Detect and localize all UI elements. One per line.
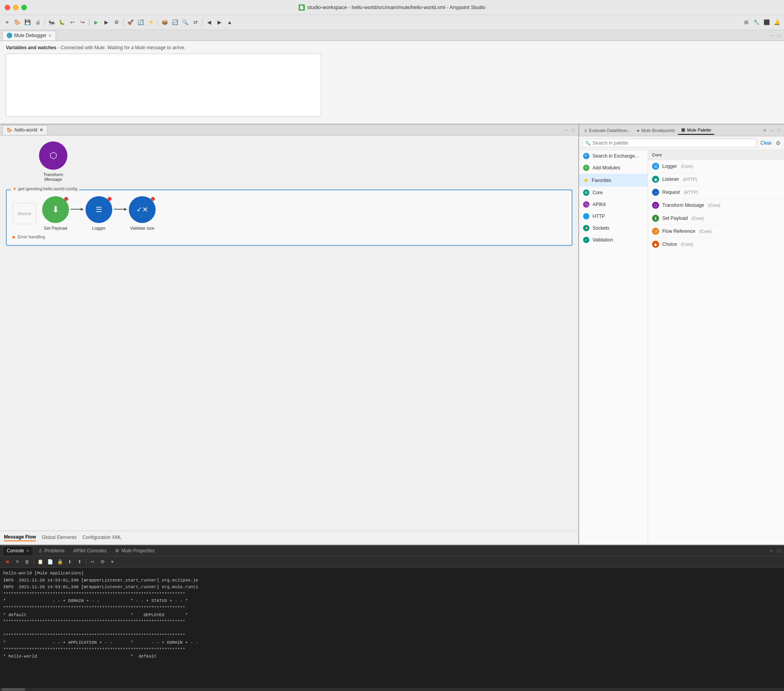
set-payload-node[interactable]: ⬇ Set Payload [42,196,69,230]
mule-debugger-tab[interactable]: 🐛 Mule Debugger ✕ [2,31,56,40]
palette-item-favorites[interactable]: ★ Favorites [579,174,648,187]
console-scrollbar[interactable] [0,688,784,691]
palette-right-listener[interactable]: ◉ Listener (HTTP) [648,173,784,186]
palette-item-http[interactable]: 🌐 HTTP [579,210,648,222]
tab-message-flow[interactable]: Message Flow [4,534,36,541]
palette-item-exchange[interactable]: 🔍 Search in Exchange... [579,150,648,162]
toolbar-btn-undo[interactable]: ↩ [67,18,77,27]
logger-node[interactable]: ☰ Logger [85,196,112,230]
toolbar-btn-run3[interactable]: ⚙ [112,18,121,27]
toolbar-btn-zoom[interactable]: 🔍 [180,18,190,27]
console-tab-problems[interactable]: ⚠ Problems [34,546,69,555]
toolbar-btn-test[interactable]: 🔄 [136,18,145,27]
palette-item-core[interactable]: ⚙ Core [579,187,648,199]
palette-left-column: 🔍 Search in Exchange... + Add Modules ★ … [579,150,648,544]
gear-icon[interactable]: ⚙ [776,140,781,146]
console-scroll-lock[interactable]: 🔒 [56,557,64,566]
palette-right-logger[interactable]: ☰ Logger (Core) [648,160,784,173]
palette-right-transform[interactable]: ⬡ Transform Message (Core) [648,199,784,212]
palette-right-flow-reference[interactable]: ↺ Flow Reference (Core) [648,225,784,238]
toolbar-btn-deploy[interactable]: 🚀 [126,18,135,27]
toolbar-btn-bug[interactable]: 🐛 [57,18,67,27]
tab-mule-breakpoints[interactable]: ● Mule Breakpoints [634,126,678,134]
console-minimize[interactable]: ─ [769,548,774,554]
palette-right-request[interactable]: → Request (HTTP) [648,186,784,199]
tab-evaluate-dataweave[interactable]: 𝒙 Evaluate DataWeav... [581,126,634,134]
editor-maximize[interactable]: □ [570,127,576,133]
tab-mule-palette[interactable]: ▦ Mule Palette [678,126,714,135]
validate-size-node[interactable]: ✓✕ Validate size [129,196,156,230]
palette-minimize-btn[interactable]: ─ [769,128,775,133]
console-tab-close[interactable]: ✕ [26,549,29,553]
search-input[interactable] [593,140,754,146]
toolbar-btn-mule[interactable]: 🐎 [13,18,22,27]
toolbar-btn-run2[interactable]: ▶ [102,18,111,27]
toolbar-btn-exchange[interactable]: ⇄ [191,18,200,27]
tab-global-elements[interactable]: Global Elements [42,535,76,541]
console-scrollbar-thumb[interactable] [2,688,25,691]
console-tab-properties[interactable]: ⚙ Mule Properties [111,546,158,555]
toolbar-btn-arrow[interactable]: ⚡ [146,18,156,27]
toolbar-btn-api2[interactable]: 🔃 [170,18,180,27]
debugger-maximize[interactable]: □ [776,33,782,38]
console-settings-btn[interactable]: ⚙ [98,557,107,566]
console-wrap-btn[interactable]: ↵ [88,557,97,566]
toolbar-btn-icon3[interactable]: 🔔 [772,18,782,27]
palette-right-set-payload[interactable]: ⬇ Set Payload (Core) [648,212,784,225]
debugger-content: Variables and watches - Connected with M… [0,41,784,124]
tab-configuration-xml[interactable]: Configuration XML [82,535,121,541]
console-copy-btn[interactable]: 📋 [36,557,45,566]
toolbar-btn-1[interactable]: ≡ [2,18,12,27]
dataweave-icon: 𝒙 [585,128,587,133]
toolbar-btn-print[interactable]: 🖨 [33,18,43,27]
console-maximize[interactable]: □ [776,548,782,554]
editor-tab-close[interactable]: ✕ [39,127,43,133]
palette-maximize-btn[interactable]: □ [776,128,782,133]
palette-item-add-modules[interactable]: + Add Modules [579,162,648,174]
debugger-tab-close[interactable]: ✕ [48,33,52,38]
palette-window-controls: ✕ ─ □ [762,128,782,133]
toolbar-btn-perspectives[interactable]: ⊞ [741,18,751,27]
console-paste-btn[interactable]: 📄 [46,557,54,566]
toolbar-btn-icon2[interactable]: ⬛ [762,18,771,27]
toolbar-btn-nav-fwd[interactable]: ▶ [215,18,224,27]
traffic-lights [5,5,27,10]
editor-minimize[interactable]: ─ [563,127,568,133]
console-tab-console[interactable]: Console ✕ [2,546,33,555]
toolbar-btn-nav-back[interactable]: ◀ [204,18,214,27]
toolbar-sep-5 [202,19,203,26]
transform-message-node[interactable]: ⬡ TransformMessage [30,141,77,182]
toolbar-btn-icon1[interactable]: 🔧 [752,18,761,27]
console-stop-btn[interactable]: ■ [3,557,12,566]
window-title: 📄 studio-workspace - hello-world/src/mai… [299,4,485,11]
toolbar-btn-api[interactable]: 📦 [160,18,169,27]
console-clear-btn[interactable]: 🗑 [23,557,32,566]
toolbar-btn-run[interactable]: ▶ [91,18,101,27]
palette-close[interactable]: ✕ [762,128,767,133]
palette-right-column: Core ☰ Logger (Core) ◉ Listener (HTTP) →… [648,150,784,544]
palette-item-apikit[interactable]: 🔧 APIKit [579,199,648,210]
console-dropdown-btn[interactable]: ▾ [108,557,117,566]
palette-right-choice[interactable]: ◆ Choice (Core) [648,238,784,251]
close-button[interactable] [5,5,10,10]
console-scroll-up[interactable]: ⬆ [75,557,84,566]
console-scroll-end[interactable]: ⬇ [65,557,74,566]
console-content[interactable]: hello-world [Mule Applications] INFO 202… [0,568,784,688]
hello-world-tab[interactable]: 🐎 hello-world ✕ [2,125,48,135]
console-tab-apikit[interactable]: APIkit Consoles [69,546,111,555]
toolbar-btn-redo[interactable]: ↪ [78,18,87,27]
sockets-icon: ⚡ [583,225,589,231]
console-remove-btn[interactable]: ✕ [13,557,22,566]
palette-item-validation[interactable]: ✓ Validation [579,234,648,246]
debugger-minimize[interactable]: ─ [769,33,774,38]
maximize-button[interactable] [21,5,27,10]
minimize-button[interactable] [13,5,19,10]
error-handling[interactable]: ▶ Error handling [13,234,566,239]
toolbar-btn-ant[interactable]: 🐜 [47,18,56,27]
toolbar-btn-nav-up[interactable]: ▲ [225,18,234,27]
editor-content[interactable]: ⬡ TransformMessage ▼ get:\greeting:hello… [0,136,578,531]
choice-palette-icon: ◆ [652,241,659,248]
clear-button[interactable]: Clear [758,139,774,147]
palette-item-sockets[interactable]: ⚡ Sockets [579,222,648,234]
toolbar-btn-save[interactable]: 💾 [23,18,32,27]
